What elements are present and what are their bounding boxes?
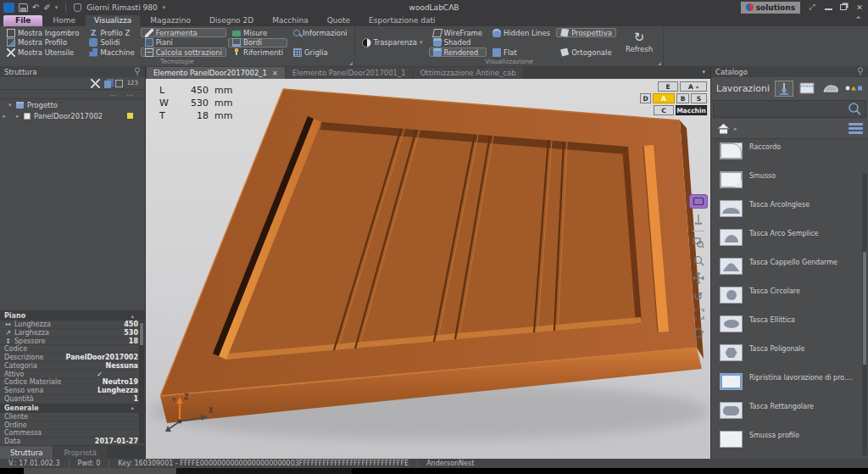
view-left-button[interactable]: D (640, 93, 651, 103)
property-value[interactable]: 1 (133, 395, 138, 403)
property-value[interactable]: 18 (129, 337, 138, 345)
ribbon-button-ferramenta[interactable]: Ferramenta (141, 28, 226, 37)
view-right-button[interactable]: B (676, 93, 689, 103)
tool-icon[interactable] (91, 79, 100, 88)
catalog-item-tasca-cappello-gendarme[interactable]: Tasca Cappello Gendarme (720, 258, 868, 287)
menu-tab-visualizza[interactable]: Visualizza (86, 15, 140, 26)
ribbon-button-trasparenza[interactable]: Trasparenza▾ (358, 28, 427, 57)
tree-caret-icon[interactable]: ▸ (16, 113, 24, 120)
tab-list-dropdown-icon[interactable]: ▾ (702, 69, 705, 75)
catalog-item-tasca-arcoinglese[interactable]: Tasca ArcoInglese (720, 200, 868, 229)
shaded-view-button[interactable] (689, 194, 708, 209)
catalog-scrollbar[interactable] (862, 173, 867, 455)
catalog-item-tasca-arco-semplice[interactable]: Tasca Arco Semplice (720, 229, 868, 258)
catalog-item-tasca-rettangolare[interactable]: Tasca Rettangolare (720, 402, 868, 431)
group-expander-icon[interactable] (658, 62, 661, 65)
dropdown-caret-icon[interactable]: ▾ (420, 39, 423, 46)
menu-tab-esportazione-dati[interactable]: Esportazione dati (360, 15, 443, 26)
menu-tab-disegno-2d[interactable]: Disegno 2D (201, 15, 262, 26)
tree-node-paneldoor2017002[interactable]: ▸▸PanelDoor2017002 (0, 110, 145, 121)
menu-tab-home[interactable]: Home (44, 15, 84, 26)
property-row-commessa[interactable]: Commessa (0, 430, 145, 438)
ribbon-button-shaded[interactable]: Shaded (429, 38, 487, 47)
panel-tab-struttura[interactable]: Struttura (0, 446, 53, 459)
catalog-item-smusso[interactable]: Smusso (720, 171, 868, 200)
ribbon-button-refresh[interactable]: ↻Refresh (618, 28, 660, 57)
property-value[interactable]: PanelDoor2017002 (66, 354, 138, 361)
property-value[interactable]: Nessuna (106, 362, 138, 370)
view-machine-button[interactable]: Macchin (676, 105, 707, 115)
ribbon-button-informazioni[interactable]: Informazioni (289, 28, 352, 37)
property-value[interactable]: 530 (124, 329, 138, 337)
grid-view-icon[interactable] (798, 81, 816, 97)
group-expander-icon[interactable] (349, 62, 353, 65)
view-back-button[interactable]: S (691, 93, 707, 103)
ribbon-button-calcola-sottrazioni[interactable]: Calcola sottrazioni (141, 47, 226, 57)
property-row-data[interactable]: Data2017-01-27 (0, 438, 145, 445)
ribbon-button-mostra-ingombro[interactable]: Mostra Ingombro (3, 28, 83, 37)
row-expander-icon[interactable]: ▸ (0, 113, 8, 120)
catalog-item-smussa-profilo[interactable]: Smussa profilo (720, 431, 868, 459)
zoom-fit-button[interactable] (691, 307, 706, 321)
catalog-search-input[interactable] (713, 100, 866, 118)
zoom-button[interactable] (691, 254, 706, 267)
fullscreen-button[interactable]: ⤢ (807, 3, 817, 12)
catalog-item-ripristina-lavorazione-di-pro[interactable]: Ripristina lavorazione di pro.... (720, 373, 868, 402)
ribbon-button-ortogonale[interactable]: Ortogonale (556, 47, 616, 57)
property-row-senso-vena[interactable]: Senso venaLunghezza (0, 387, 145, 395)
checkbox-checked[interactable]: ✓ (97, 371, 103, 378)
ribbon-button-flat[interactable]: Flat (488, 47, 554, 57)
numbers-icon[interactable]: 123 (127, 79, 138, 88)
zoom-window-button[interactable] (691, 236, 706, 249)
undo-icon[interactable]: ↶ (32, 3, 39, 13)
view-top-button[interactable]: E (658, 81, 678, 92)
section-header-piano[interactable]: Piano▴ (0, 311, 145, 321)
save-icon[interactable] (19, 3, 28, 12)
minimize-button[interactable] (825, 4, 832, 10)
restore-button[interactable] (840, 4, 847, 10)
collapse-ribbon-button[interactable]: ^ (855, 16, 861, 24)
ribbon-button-riferimenti[interactable]: Riferimenti (228, 47, 287, 57)
property-row-ordine[interactable]: Ordine (0, 421, 145, 430)
bounds-icon[interactable] (115, 80, 123, 87)
home-icon[interactable] (716, 122, 731, 135)
menu-tab-macchina[interactable]: Macchina (264, 15, 317, 26)
section-header-generale[interactable]: Generale▴ (0, 404, 145, 413)
ribbon-button-prospettiva[interactable]: Prospettiva (556, 28, 616, 37)
view-bottom-button[interactable]: C (654, 105, 674, 115)
close-tab-icon[interactable]: ✕ (272, 70, 278, 77)
menu-tab-file[interactable]: File (3, 15, 42, 26)
property-row-lunghezza[interactable]: ↔Lunghezza450 (0, 321, 145, 329)
ribbon-button-mostra-utensile[interactable]: Mostra Utensile (3, 47, 83, 57)
profile-shape-icon[interactable] (821, 81, 839, 97)
property-row-attivo[interactable]: Attivo✓ (0, 371, 145, 379)
ribbon-button-misure[interactable]: Misure (228, 28, 287, 37)
layers-icon[interactable] (104, 81, 111, 88)
property-row-spessore[interactable]: ↕Spessore18 (0, 337, 145, 346)
close-button[interactable]: ✕ (854, 3, 865, 12)
tree-caret-icon[interactable]: ▾ (8, 102, 16, 109)
legend-dots-icon[interactable] (845, 81, 863, 97)
document-tab-elemento-paneldoor2017002-1[interactable]: Elemento PanelDoor2017002_1✕ (147, 67, 285, 79)
property-value[interactable]: Lunghezza (97, 387, 138, 394)
pan-button[interactable] (691, 271, 706, 285)
ribbon-button-rendered[interactable]: Rendered (429, 47, 487, 57)
ribbon-button-griglia[interactable]: Griglia (289, 47, 352, 57)
tool-position-icon[interactable] (691, 213, 706, 226)
pin-icon[interactable] (857, 67, 864, 76)
ribbon-button-profilo-z[interactable]: ZProfilo Z (85, 28, 138, 37)
pin-icon[interactable] (134, 67, 141, 76)
collapse-section-icon[interactable]: ▴ (131, 404, 134, 411)
catalog-item-tasca-ellittica[interactable]: Tasca Ellittica (720, 315, 868, 344)
ribbon-button-macchine[interactable]: Macchine (85, 47, 138, 57)
property-row-codice[interactable]: Codice (0, 345, 145, 354)
viewport-canvas[interactable]: Z Y X L450mmW530mmT18mm E A▾ (146, 79, 710, 459)
catalog-item-tasca-poligonale[interactable]: Tasca Poligonale (720, 344, 868, 373)
menu-tab-quote[interactable]: Quote (319, 15, 359, 26)
panel-tab-propriet[interactable]: Proprietà (53, 446, 107, 459)
router-bit-icon[interactable] (775, 81, 793, 97)
menu-tab-magazzino[interactable]: Magazzino (142, 15, 199, 26)
property-value[interactable]: 450 (124, 321, 138, 328)
collapse-section-icon[interactable]: ▴ (131, 313, 134, 320)
pen-icon[interactable]: ✐ (43, 3, 50, 13)
